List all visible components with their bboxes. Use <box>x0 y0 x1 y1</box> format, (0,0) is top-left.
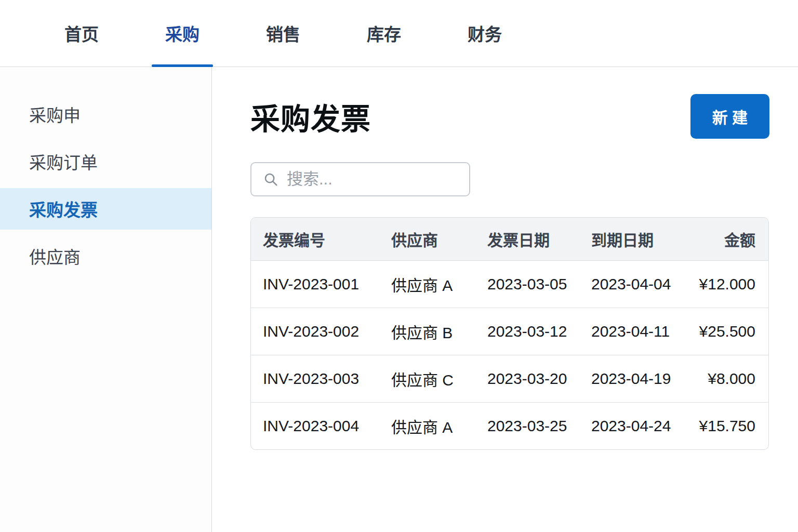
main-content: 采购发票 新 建 发票编号 供应商 发票日期 到期日期 金额 <box>212 67 798 532</box>
cell-invoice-date: 2023-03-12 <box>487 308 591 355</box>
active-tab-underline <box>152 64 213 67</box>
cell-amount: ¥8.000 <box>695 355 768 402</box>
col-header-supplier: 供应商 <box>391 218 487 260</box>
cell-amount: ¥12.000 <box>695 260 768 308</box>
top-nav: 首页 采购 销售 库存 财务 <box>0 0 798 67</box>
cell-invoice-date: 2023-03-20 <box>487 355 591 402</box>
cell-due-date: 2023-04-11 <box>591 308 695 355</box>
invoice-table: 发票编号 供应商 发票日期 到期日期 金额 INV-2023-001 供应商 A… <box>250 217 769 450</box>
cell-due-date: 2023-04-19 <box>591 355 695 402</box>
table-row[interactable]: INV-2023-003 供应商 C 2023-03-20 2023-04-19… <box>251 355 768 402</box>
nav-item-sales[interactable]: 销售 <box>252 0 314 66</box>
search-box <box>250 162 470 196</box>
search-icon <box>263 171 278 187</box>
sidebar: 采购申 采购订单 采购发票 供应商 <box>0 67 212 532</box>
nav-item-home[interactable]: 首页 <box>51 0 112 66</box>
col-header-due-date: 到期日期 <box>591 218 695 260</box>
cell-due-date: 2023-04-04 <box>591 260 695 308</box>
nav-item-finance[interactable]: 财务 <box>454 0 515 66</box>
table-header-row: 发票编号 供应商 发票日期 到期日期 金额 <box>251 218 768 260</box>
col-header-invoice-date: 发票日期 <box>487 218 591 260</box>
cell-invoice-no: INV-2023-001 <box>251 260 391 308</box>
cell-invoice-no: INV-2023-004 <box>251 402 391 449</box>
nav-item-inventory[interactable]: 库存 <box>353 0 415 66</box>
sidebar-item-purchase-request[interactable]: 采购申 <box>0 94 211 135</box>
table-row[interactable]: INV-2023-004 供应商 A 2023-03-25 2023-04-24… <box>251 402 768 449</box>
cell-supplier: 供应商 C <box>391 355 487 402</box>
page-title: 采购发票 <box>250 95 371 138</box>
col-header-amount: 金额 <box>695 218 768 260</box>
cell-supplier: 供应商 B <box>391 308 487 355</box>
table-row[interactable]: INV-2023-002 供应商 B 2023-03-12 2023-04-11… <box>251 308 768 355</box>
nav-item-purchasing[interactable]: 采购 <box>152 0 213 66</box>
cell-invoice-date: 2023-03-05 <box>487 260 591 308</box>
new-invoice-button[interactable]: 新 建 <box>690 94 769 139</box>
col-header-invoice-no: 发票编号 <box>251 218 391 260</box>
cell-invoice-no: INV-2023-002 <box>251 308 391 355</box>
sidebar-item-suppliers[interactable]: 供应商 <box>0 235 211 277</box>
cell-amount: ¥15.750 <box>695 402 768 449</box>
cell-amount: ¥25.500 <box>695 308 768 355</box>
cell-invoice-date: 2023-03-25 <box>487 402 591 449</box>
cell-due-date: 2023-04-24 <box>591 402 695 449</box>
search-input[interactable] <box>287 170 494 189</box>
cell-supplier: 供应商 A <box>391 402 487 449</box>
table-row[interactable]: INV-2023-001 供应商 A 2023-03-05 2023-04-04… <box>251 260 768 308</box>
cell-invoice-no: INV-2023-003 <box>251 355 391 402</box>
nav-item-purchasing-label: 采购 <box>165 21 200 46</box>
main-header: 采购发票 新 建 <box>250 94 769 139</box>
sidebar-item-purchase-orders[interactable]: 采购订单 <box>0 141 211 182</box>
sidebar-item-purchase-invoices[interactable]: 采购发票 <box>0 188 211 230</box>
cell-supplier: 供应商 A <box>391 260 487 308</box>
